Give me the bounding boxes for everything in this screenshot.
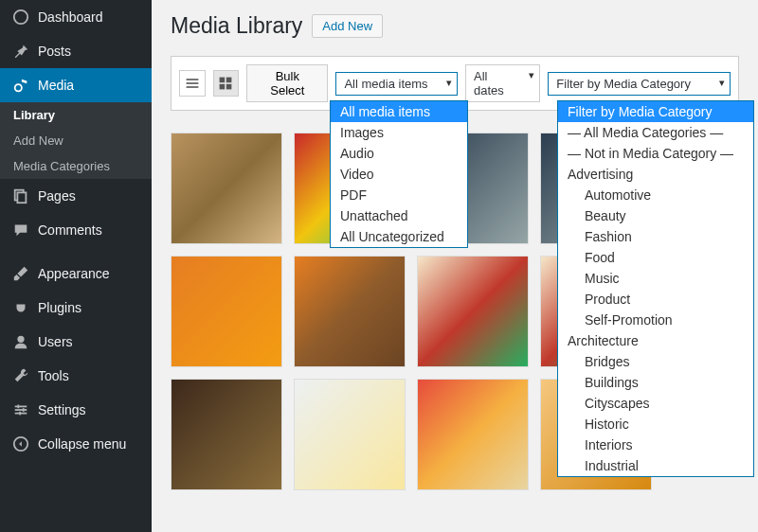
svg-rect-3 (17, 192, 26, 203)
sidebar-separator (0, 247, 152, 257)
media-item[interactable] (171, 133, 282, 244)
svg-rect-12 (186, 79, 198, 80)
user-icon (11, 332, 30, 351)
sidebar-item-users[interactable]: Users (0, 325, 152, 359)
dropdown-option[interactable]: Automotive (558, 185, 753, 205)
dropdown-option[interactable]: PDF (331, 185, 467, 205)
sidebar-submenu-media: Library Add New Media Categories (0, 102, 152, 179)
list-icon (185, 76, 200, 91)
media-item[interactable] (417, 256, 529, 367)
filter-date-select[interactable]: All dates (465, 64, 540, 102)
dropdown-option[interactable]: — All Media Categories — (558, 122, 753, 143)
sidebar-item-collapse[interactable]: Collapse menu (0, 427, 152, 461)
dropdown-option[interactable]: Beauty (558, 205, 753, 226)
svg-rect-14 (186, 86, 198, 88)
svg-rect-17 (220, 84, 226, 90)
dropdown-option[interactable]: Industrial (558, 455, 753, 476)
svg-point-1 (15, 84, 22, 91)
svg-rect-8 (17, 405, 19, 409)
sidebar-label: Collapse menu (38, 436, 126, 452)
dropdown-option[interactable]: Interiors (558, 434, 753, 455)
dropdown-option[interactable]: Cityscapes (558, 393, 753, 414)
dropdown-option[interactable]: Music (558, 268, 753, 289)
sidebar-label: Media (38, 78, 74, 93)
pin-icon (11, 42, 30, 61)
dropdown-option[interactable]: — Not in Media Category — (558, 143, 753, 164)
sidebar-label: Pages (38, 188, 76, 204)
plug-icon (11, 298, 30, 317)
dropdown-option[interactable]: Bridges (558, 351, 753, 372)
sidebar-label: Tools (38, 368, 69, 383)
media-item[interactable] (294, 379, 406, 490)
bulk-select-button[interactable]: Bulk Select (246, 64, 328, 102)
svg-rect-10 (19, 412, 21, 416)
dropdown-option[interactable]: Unattached (331, 205, 467, 226)
sidebar-item-media[interactable]: Media (0, 68, 152, 102)
grid-icon (218, 76, 233, 91)
dropdown-option[interactable]: Self-Promotion (558, 310, 753, 330)
media-item[interactable] (294, 256, 406, 367)
dropdown-option[interactable]: Advertising (558, 164, 753, 185)
media-item[interactable] (171, 256, 282, 367)
comments-icon (11, 221, 30, 239)
dropdown-option[interactable]: Buildings (558, 372, 753, 393)
media-item[interactable] (417, 379, 529, 490)
svg-point-4 (17, 336, 24, 343)
dropdown-option[interactable]: Audio (331, 143, 467, 164)
add-new-button[interactable]: Add New (312, 14, 383, 38)
dropdown-option[interactable]: Fashion (558, 226, 753, 247)
filter-type-dropdown: All media items Images Audio Video PDF U… (330, 100, 468, 248)
sidebar-item-comments[interactable]: Comments (0, 213, 152, 247)
sidebar-sub-library[interactable]: Library (0, 102, 152, 128)
dashboard-icon (11, 8, 30, 27)
svg-rect-15 (220, 78, 226, 83)
sidebar-item-posts[interactable]: Posts (0, 34, 152, 68)
dropdown-option[interactable]: Video (331, 164, 467, 185)
sidebar-label: Appearance (38, 266, 110, 281)
dropdown-option[interactable]: Historic (558, 414, 753, 434)
sidebar-sub-media-categories[interactable]: Media Categories (0, 153, 152, 179)
dropdown-option[interactable]: All media items (331, 101, 467, 122)
svg-rect-13 (186, 82, 198, 84)
sidebar-label: Plugins (38, 300, 81, 315)
brush-icon (11, 264, 30, 283)
view-list-button[interactable] (179, 70, 206, 97)
collapse-icon (11, 434, 30, 453)
sidebar-item-plugins[interactable]: Plugins (0, 291, 152, 325)
svg-rect-9 (23, 408, 25, 412)
page-header: Media Library Add New (171, 9, 739, 39)
dropdown-option[interactable]: Filter by Media Category (558, 101, 753, 122)
pages-icon (11, 186, 30, 205)
filter-type-select[interactable]: All media items (335, 72, 458, 96)
sidebar-sub-add-new[interactable]: Add New (0, 128, 152, 153)
sidebar-item-dashboard[interactable]: Dashboard (0, 0, 152, 34)
settings-icon (11, 400, 30, 419)
sidebar-item-tools[interactable]: Tools (0, 359, 152, 393)
dropdown-option[interactable]: Images (331, 122, 467, 143)
sidebar-item-pages[interactable]: Pages (0, 179, 152, 213)
page-title: Media Library (171, 13, 302, 39)
sidebar-item-appearance[interactable]: Appearance (0, 257, 152, 291)
svg-rect-6 (15, 409, 27, 411)
dropdown-option[interactable]: Product (558, 289, 753, 310)
filter-category-select[interactable]: Filter by Media Category (548, 72, 731, 96)
filter-category-dropdown: Filter by Media Category — All Media Cat… (557, 100, 754, 477)
svg-rect-5 (15, 406, 27, 408)
sidebar-label: Settings (38, 402, 86, 417)
sidebar-label: Users (38, 334, 73, 349)
sidebar-label: Dashboard (38, 9, 103, 25)
sidebar-label: Posts (38, 44, 71, 59)
sidebar-item-settings[interactable]: Settings (0, 393, 152, 427)
svg-rect-16 (226, 78, 232, 83)
dropdown-option[interactable]: Food (558, 247, 753, 268)
wrench-icon (11, 366, 30, 385)
view-grid-button[interactable] (213, 70, 240, 97)
dropdown-option[interactable]: All Uncategorized (331, 226, 467, 247)
dropdown-option[interactable]: Architecture (558, 330, 753, 351)
media-item[interactable] (171, 379, 282, 490)
admin-sidebar: Dashboard Posts Media Library Add New Me… (0, 0, 152, 532)
media-icon (11, 76, 30, 95)
svg-rect-18 (226, 84, 232, 90)
sidebar-label: Comments (38, 222, 102, 238)
